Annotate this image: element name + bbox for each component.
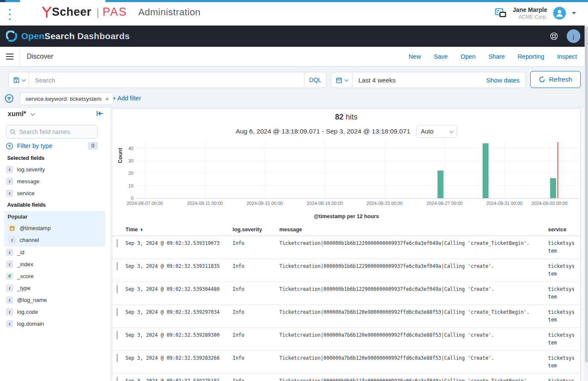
- interval-select[interactable]: Auto: [416, 125, 457, 138]
- y-tick-label: 10: [122, 183, 134, 188]
- query-bar: DQL Last 4 weeks Show dates Refresh: [0, 67, 588, 90]
- expand-row-icon[interactable]: [117, 377, 117, 381]
- logo-open: Open: [21, 31, 44, 41]
- account-avatar[interactable]: j: [567, 29, 580, 43]
- remove-filter-icon[interactable]: ×: [105, 95, 109, 102]
- field-item-index[interactable]: t_index: [6, 259, 104, 270]
- results-table-header: Time▼ log.severity message service: [112, 224, 580, 236]
- cell-severity: Info: [233, 240, 279, 247]
- histogram-bar[interactable]: [550, 178, 556, 198]
- hamburger-menu-icon[interactable]: [0, 47, 20, 66]
- y-tick-label: 30: [122, 158, 134, 163]
- expand-row-icon[interactable]: [117, 262, 117, 270]
- field-name: log.code: [17, 309, 38, 315]
- sort-descending-icon[interactable]: ▼: [139, 227, 144, 232]
- cell-message: Ticketcreation|000000a7b6b120e9000000099…: [279, 309, 548, 316]
- table-row[interactable]: Sep 3, 2024 @ 09:02:32.539289300 Info Ti…: [112, 328, 580, 351]
- field-item-channel[interactable]: tchannel: [9, 234, 106, 245]
- field-item-id[interactable]: t_id: [6, 247, 104, 258]
- column-header-severity[interactable]: log.severity: [233, 227, 279, 233]
- saved-queries-button[interactable]: [9, 72, 29, 88]
- query-language-button[interactable]: DQL: [304, 72, 326, 88]
- field-item-log-severity[interactable]: tlog.severity: [6, 164, 104, 175]
- nav-link-open[interactable]: Open: [460, 53, 475, 60]
- collapse-sidebar-icon[interactable]: [96, 110, 104, 117]
- table-row[interactable]: Sep 3, 2024 @ 09:02:32.539311835 Info Ti…: [112, 259, 580, 282]
- scrollbar-thumb[interactable]: [585, 26, 588, 362]
- field-search-input[interactable]: [19, 128, 91, 135]
- y-tick-label: 20: [122, 171, 134, 176]
- histogram-time-range: Aug 6, 2024 @ 13:18:09.071 - Sep 3, 2024…: [236, 128, 410, 135]
- histogram-bar[interactable]: [483, 143, 489, 198]
- index-pattern-caret-icon: [31, 111, 35, 116]
- index-pattern-selector[interactable]: xuml*: [8, 110, 34, 118]
- field-item-log-code[interactable]: tlog.code: [6, 306, 104, 317]
- field-name: service: [17, 190, 34, 196]
- search-input[interactable]: [29, 77, 304, 84]
- opensearch-header: OpenSearchDashboards j: [0, 26, 588, 47]
- table-row[interactable]: Sep 3, 2024 @ 09:02:32.539283266 Info Ti…: [112, 351, 580, 374]
- text-type-icon: t: [6, 178, 13, 185]
- histogram-bar[interactable]: [437, 171, 443, 198]
- gridline: [384, 142, 385, 198]
- cell-severity: Info: [233, 378, 279, 381]
- expand-row-icon[interactable]: [117, 239, 117, 247]
- cell-service: ticketsystem: [548, 263, 576, 278]
- table-row[interactable]: Sep 3, 2024 @ 09:02:32.539304480 Info Ti…: [112, 282, 580, 305]
- cell-time: Sep 3, 2024 @ 09:02:32.539283266: [125, 355, 233, 362]
- text-type-icon: t: [6, 308, 13, 316]
- show-dates-button[interactable]: Show dates: [486, 77, 526, 84]
- expand-row-icon[interactable]: [117, 285, 117, 293]
- text-type-icon: t: [6, 296, 13, 304]
- nav-link-save[interactable]: Save: [434, 53, 448, 60]
- column-header-message[interactable]: message: [279, 227, 548, 233]
- app-title-discover: Discover: [27, 53, 53, 60]
- field-item-timestamp[interactable]: @timestamp: [9, 222, 106, 233]
- kebab-menu-icon[interactable]: [8, 9, 12, 20]
- filter-by-type[interactable]: Filter by type 0: [6, 142, 98, 150]
- help-icon[interactable]: [550, 32, 558, 40]
- field-item-service[interactable]: tservice: [6, 188, 104, 199]
- interval-caret-icon: [449, 129, 454, 133]
- available-fields-heading: Available fields: [7, 202, 46, 208]
- text-type-icon: t: [6, 284, 13, 292]
- nav-link-share[interactable]: Share: [489, 53, 505, 60]
- x-axis: 2024-08-07 00:00 2024-08-11 00:00 2024-0…: [137, 201, 579, 208]
- filter-options-icon[interactable]: [5, 94, 14, 103]
- field-item-log-domain[interactable]: tlog.domain: [6, 318, 104, 329]
- cell-severity: Info: [233, 309, 279, 316]
- expand-row-icon[interactable]: [117, 354, 117, 362]
- field-item-message[interactable]: tmessage: [6, 176, 104, 187]
- user-menu-caret-icon[interactable]: [572, 12, 576, 14]
- date-picker-button[interactable]: [331, 72, 352, 88]
- table-row[interactable]: Sep 3, 2024 @ 09:02:32.539319073 Info Ti…: [112, 236, 580, 259]
- gridline: [265, 142, 265, 198]
- nav-link-new[interactable]: New: [409, 53, 421, 60]
- x-axis-title: @timestamp per 12 hours: [112, 213, 580, 219]
- filter-pill[interactable]: service.keyword: ticketsystem ×: [20, 92, 114, 105]
- refresh-button[interactable]: Refresh: [530, 71, 581, 88]
- gridline: [205, 142, 205, 198]
- app-switcher-icon[interactable]: [495, 8, 507, 18]
- histogram-plot: 0 10 20 30 40: [137, 142, 579, 199]
- time-range-value[interactable]: Last 4 weeks: [352, 77, 486, 84]
- column-header-time[interactable]: Time▼: [125, 227, 233, 233]
- hits-count: 82: [335, 113, 344, 121]
- filter-pill-label: service.keyword: ticketsystem: [26, 96, 102, 102]
- user-avatar[interactable]: [553, 7, 566, 20]
- x-tick-label: 2024-09-03 00:00: [523, 201, 576, 206]
- table-row[interactable]: Sep 3, 2024 @ 09:02:32.539297034 Info Ti…: [112, 305, 580, 328]
- field-item-type[interactable]: t_type: [6, 282, 104, 293]
- field-item-log-name[interactable]: t@log_name: [6, 294, 104, 305]
- column-header-service[interactable]: service: [548, 227, 576, 233]
- field-item-score[interactable]: #_score: [6, 270, 104, 281]
- text-type-icon: t: [6, 190, 13, 197]
- table-row-partial[interactable]: Sep 3, 2024 @ 09:02:32.539275181 Info Ti…: [112, 374, 580, 381]
- text-type-icon: t: [6, 261, 13, 268]
- expand-row-icon[interactable]: [117, 331, 117, 339]
- nav-link-inspect[interactable]: Inspect: [557, 53, 577, 60]
- add-filter-button[interactable]: + Add filter: [113, 95, 141, 102]
- nav-link-reporting[interactable]: Reporting: [517, 53, 544, 60]
- expand-row-icon[interactable]: [117, 308, 117, 316]
- search-group: DQL: [9, 72, 327, 88]
